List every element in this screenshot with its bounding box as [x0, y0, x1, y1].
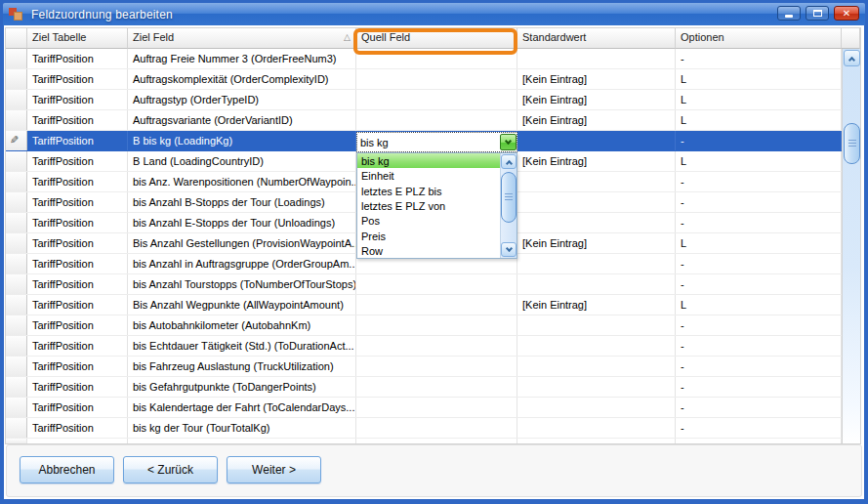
cell-optionen[interactable]: - — [676, 315, 842, 335]
cell-ziel-feld[interactable]: B Land (LoadingCountryID) — [128, 151, 356, 171]
cell-quell-feld[interactable] — [356, 398, 517, 417]
cell-optionen[interactable]: L — [676, 295, 842, 315]
dropdown-scrollbar[interactable] — [500, 153, 517, 258]
cell-quell-feld[interactable] — [356, 69, 517, 89]
dropdown-item[interactable]: Pos — [357, 213, 500, 228]
cell-ziel-tabelle[interactable]: TariffPosition — [27, 131, 128, 150]
cell-quell-feld[interactable] — [356, 110, 517, 130]
cell-ziel-tabelle[interactable]: TariffPosition — [27, 315, 128, 335]
cell-standardwert[interactable] — [517, 274, 676, 294]
cell-standardwert[interactable] — [517, 254, 676, 273]
table-row[interactable]: TariffPositionBis Anzahl Wegpunkte (AllW… — [6, 295, 860, 315]
cell-ziel-feld[interactable]: Auftrag Freie Nummer 3 (OrderFreeNum3) — [128, 49, 356, 68]
scroll-up-button[interactable] — [844, 50, 860, 66]
dropdown-item[interactable]: Einheit — [357, 168, 500, 183]
cell-optionen[interactable]: - — [676, 336, 842, 356]
cell-optionen[interactable]: - — [676, 131, 842, 150]
cell-quell-feld[interactable] — [356, 295, 517, 315]
cell-optionen[interactable]: - — [676, 357, 842, 376]
cell-ziel-tabelle[interactable]: TariffPosition — [27, 254, 128, 273]
dropdown-item[interactable]: Row — [357, 243, 500, 258]
next-button[interactable]: Weiter > — [227, 456, 321, 483]
cell-ziel-tabelle[interactable]: TariffPosition — [27, 357, 128, 376]
vertical-scrollbar[interactable] — [842, 49, 860, 444]
cell-optionen[interactable]: - — [676, 377, 842, 397]
close-button[interactable]: ✕ — [834, 6, 859, 21]
scrollbar-thumb[interactable] — [844, 123, 860, 164]
header-standardwert[interactable]: Standardwert — [517, 28, 676, 49]
cell-standardwert[interactable] — [517, 418, 676, 438]
cell-quell-feld[interactable] — [356, 357, 517, 376]
cell-ziel-feld[interactable]: B bis kg (LoadingKg) — [128, 131, 356, 150]
cell-optionen[interactable]: - — [676, 254, 842, 273]
row-selector[interactable] — [6, 398, 27, 417]
maximize-button[interactable] — [806, 6, 829, 21]
cell-standardwert[interactable] — [517, 315, 676, 335]
row-selector[interactable]: ✎ — [6, 131, 27, 150]
cell-standardwert[interactable] — [517, 172, 676, 191]
cell-ziel-tabelle[interactable]: TariffPosition — [27, 172, 128, 191]
cell-optionen[interactable]: L — [676, 90, 842, 109]
cell-ziel-feld[interactable]: bis Anzahl in Auftragsgruppe (OrderGroup… — [128, 254, 356, 273]
cell-ziel-tabelle[interactable]: TariffPosition — [27, 213, 128, 232]
cell-optionen[interactable]: - — [676, 213, 842, 232]
table-row[interactable]: TariffPositionAuftragsvariante (OrderVar… — [6, 110, 860, 131]
cell-ziel-tabelle[interactable]: TariffPosition — [27, 418, 128, 438]
minimize-button[interactable] — [777, 6, 801, 21]
row-selector[interactable] — [6, 69, 27, 89]
row-selector[interactable] — [6, 192, 27, 212]
dropdown-scrollbar-thumb[interactable] — [501, 172, 517, 223]
cell-optionen[interactable]: - — [676, 192, 842, 212]
cell-optionen[interactable]: - — [676, 274, 842, 294]
header-ziel-tabelle[interactable]: Ziel Tabelle — [27, 28, 128, 49]
cell-optionen[interactable]: - — [676, 172, 842, 191]
row-selector[interactable] — [6, 357, 27, 376]
cell-ziel-feld[interactable]: Auftragsvariante (OrderVariantID) — [128, 110, 356, 130]
cell-optionen[interactable]: L — [676, 151, 842, 171]
cell-ziel-tabelle[interactable]: TariffPosition — [27, 274, 128, 294]
header-optionen[interactable]: Optionen — [676, 28, 842, 49]
dropdown-item[interactable]: Preis — [357, 228, 500, 242]
row-selector[interactable] — [6, 336, 27, 356]
cell-ziel-feld[interactable]: Bis Anzahl Wegpunkte (AllWaypointAmount) — [128, 295, 356, 315]
row-selector[interactable] — [6, 110, 27, 130]
cell-ziel-feld[interactable]: bis Anzahl B-Stopps der Tour (Loadings) — [128, 192, 356, 212]
table-row[interactable]: TariffPositionAuftragskomplexität (Order… — [6, 69, 860, 90]
cell-ziel-feld[interactable]: bis Fahrzeug Auslastung (TruckUtilizatio… — [128, 357, 356, 376]
row-selector[interactable] — [6, 49, 27, 68]
cell-ziel-feld[interactable]: bis Autobahnkilometer (AutobahnKm) — [128, 315, 356, 335]
cell-standardwert[interactable] — [517, 357, 676, 376]
row-selector[interactable] — [6, 233, 27, 253]
cell-standardwert[interactable]: [Kein Eintrag] — [517, 233, 676, 253]
cell-ziel-tabelle[interactable]: TariffPosition — [27, 151, 128, 171]
cell-quell-feld[interactable] — [356, 315, 517, 335]
cell-optionen[interactable]: - — [676, 418, 842, 438]
cell-ziel-tabelle[interactable]: TariffPosition — [27, 90, 128, 109]
cell-optionen[interactable]: L — [676, 233, 842, 253]
cell-standardwert[interactable]: [Kein Eintrag] — [517, 110, 676, 130]
row-selector[interactable] — [6, 315, 27, 335]
cell-standardwert[interactable] — [517, 377, 676, 397]
cell-standardwert[interactable] — [517, 49, 676, 68]
cell-standardwert[interactable] — [517, 336, 676, 356]
cell-ziel-feld[interactable]: bis Kalendertage der Fahrt (ToCalendarDa… — [128, 398, 356, 417]
row-selector[interactable] — [6, 274, 27, 294]
cell-ziel-tabelle[interactable]: TariffPosition — [27, 233, 128, 253]
back-button[interactable]: < Zurück — [123, 456, 218, 483]
cell-standardwert[interactable] — [517, 398, 676, 417]
cell-quell-feld[interactable] — [356, 49, 517, 68]
cell-ziel-feld[interactable]: Auftragskomplexität (OrderComplexityID) — [128, 69, 356, 89]
cell-ziel-tabelle[interactable]: TariffPosition — [27, 192, 128, 212]
cell-ziel-tabelle[interactable]: TariffPosition — [27, 110, 128, 130]
combobox-dropdown-button[interactable] — [500, 134, 517, 150]
dropdown-item[interactable]: letztes E PLZ von — [357, 198, 500, 213]
row-selector[interactable] — [6, 151, 27, 171]
cell-ziel-feld[interactable]: bis Gefahrgutpunkte (ToDangerPoints) — [128, 377, 356, 397]
cell-ziel-feld[interactable]: bis Echtdauer Tätigkeit (Std.) (ToDurati… — [128, 336, 356, 356]
table-row[interactable]: TariffPositionAuftragstyp (OrderTypeID)[… — [6, 90, 860, 110]
cell-ziel-tabelle[interactable]: TariffPosition — [27, 377, 128, 397]
row-selector[interactable] — [6, 90, 27, 109]
cell-ziel-feld[interactable]: bis Anzahl Tourstopps (ToNumberOfTourSto… — [128, 274, 356, 294]
row-selector[interactable] — [6, 418, 27, 438]
row-selector[interactable] — [6, 377, 27, 397]
